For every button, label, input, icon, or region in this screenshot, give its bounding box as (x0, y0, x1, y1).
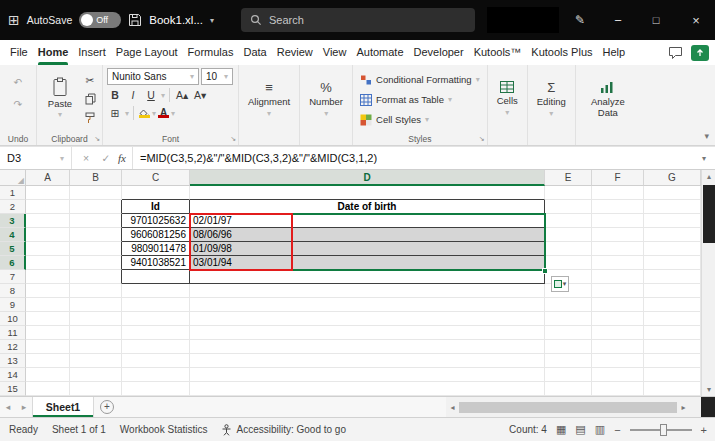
row-header-10[interactable]: 10 (0, 312, 26, 326)
cell-E10[interactable] (545, 312, 592, 326)
cell-G3[interactable] (644, 214, 701, 228)
cell-F2[interactable] (592, 200, 644, 214)
cell-D15[interactable] (190, 382, 545, 396)
zoom-slider[interactable] (630, 429, 692, 431)
normal-view-button[interactable]: ▦ (556, 423, 566, 436)
scroll-down-icon[interactable]: ▾ (702, 383, 715, 396)
increase-font-button[interactable]: A▴ (174, 87, 190, 103)
accessibility-status[interactable]: Accessibility: Good to go (221, 424, 346, 436)
editing-button[interactable]: Σ Editing ▾ (532, 68, 571, 130)
cell-G12[interactable] (644, 340, 701, 354)
cell-D1[interactable] (190, 186, 545, 200)
font-color-button[interactable]: A (158, 108, 169, 118)
cell-styles-button[interactable]: Cell Styles ▾ (357, 110, 483, 129)
cell-G5[interactable] (644, 242, 701, 256)
tab-formulas[interactable]: Formulas (183, 40, 239, 65)
autofill-options-button[interactable]: ▾ (551, 276, 569, 292)
font-dialog-launcher[interactable]: ↘ (230, 135, 236, 143)
autosave-toggle[interactable]: Off (79, 12, 121, 28)
row-header-14[interactable]: 14 (0, 368, 26, 382)
cell-B12[interactable] (70, 340, 122, 354)
vertical-scrollbar[interactable]: ▴ ▾ (701, 170, 715, 396)
cell-C5[interactable]: 9809011478 (122, 242, 190, 256)
cell-F11[interactable] (592, 326, 644, 340)
paste-button[interactable]: Paste ▾ (41, 68, 79, 128)
cell-B11[interactable] (70, 326, 122, 340)
cell-G14[interactable] (644, 368, 701, 382)
cell-D11[interactable] (190, 326, 545, 340)
comments-icon[interactable] (668, 46, 683, 60)
hscroll-left-icon[interactable]: ◂ (446, 403, 459, 412)
file-name[interactable]: Book1.xl... (149, 14, 203, 26)
cell-E4[interactable] (545, 228, 592, 242)
cell-F13[interactable] (592, 354, 644, 368)
row-header-2[interactable]: 2 (0, 200, 26, 214)
cell-B1[interactable] (70, 186, 122, 200)
cut-button[interactable]: ✂ (82, 72, 98, 88)
cell-F14[interactable] (592, 368, 644, 382)
cells-button[interactable]: Cells ▾ (492, 68, 523, 130)
cell-D9[interactable] (190, 298, 545, 312)
cell-C6[interactable]: 9401038521 (122, 256, 190, 270)
zoom-out-button[interactable]: − (614, 424, 620, 436)
name-box[interactable]: D3 ▾ (0, 147, 72, 169)
file-name-dropdown-icon[interactable]: ▾ (210, 16, 214, 25)
column-header-C[interactable]: C (122, 170, 190, 186)
styles-dialog-launcher[interactable]: ↘ (479, 135, 485, 143)
enter-icon[interactable]: ✓ (98, 150, 114, 166)
underline-dropdown-icon[interactable]: ▾ (161, 91, 165, 100)
undo-button[interactable]: ↶ (10, 74, 26, 90)
row-header-1[interactable]: 1 (0, 186, 26, 200)
column-header-B[interactable]: B (70, 170, 122, 186)
cell-B4[interactable] (70, 228, 122, 242)
tab-kutools[interactable]: Kutools™ (469, 40, 527, 65)
row-header-4[interactable]: 4 (0, 228, 26, 242)
cell-F6[interactable] (592, 256, 644, 270)
ribbon-collapse-icon[interactable]: ▾ (704, 131, 709, 141)
cell-E11[interactable] (545, 326, 592, 340)
workbook-statistics-button[interactable]: Workbook Statistics (120, 424, 208, 435)
cell-E3[interactable] (545, 214, 592, 228)
row-header-8[interactable]: 8 (0, 284, 26, 298)
cell-C4[interactable]: 9606081256 (122, 228, 190, 242)
cell-A2[interactable] (26, 200, 70, 214)
format-as-table-button[interactable]: Format as Table ▾ (357, 90, 483, 109)
row-header-9[interactable]: 9 (0, 298, 26, 312)
cell-F7[interactable] (592, 270, 644, 284)
select-all-corner[interactable]: ◢ (0, 170, 26, 186)
underline-button[interactable]: U (143, 87, 159, 103)
column-header-A[interactable]: A (26, 170, 70, 186)
tab-data[interactable]: Data (238, 40, 271, 65)
cell-A15[interactable] (26, 382, 70, 396)
cell-C11[interactable] (122, 326, 190, 340)
cell-F5[interactable] (592, 242, 644, 256)
cell-E15[interactable] (545, 382, 592, 396)
cell-G1[interactable] (644, 186, 701, 200)
cell-D7[interactable] (190, 270, 545, 284)
zoom-slider-knob[interactable] (660, 424, 667, 436)
cell-E9[interactable] (545, 298, 592, 312)
italic-button[interactable]: I (125, 87, 141, 103)
cell-B3[interactable] (70, 214, 122, 228)
redo-button[interactable]: ↷ (10, 96, 26, 112)
tab-file[interactable]: File (5, 40, 33, 65)
sheet-tab-sheet1[interactable]: Sheet1 (32, 397, 94, 417)
font-size-combo[interactable]: 10 ▾ (201, 68, 233, 85)
cell-D4[interactable]: 08/06/96 (190, 228, 545, 242)
cell-A11[interactable] (26, 326, 70, 340)
cell-B9[interactable] (70, 298, 122, 312)
alignment-button[interactable]: ≡ Alignment ▾ (243, 68, 295, 130)
copy-button[interactable] (82, 91, 98, 107)
cell-F3[interactable] (592, 214, 644, 228)
cell-G8[interactable] (644, 284, 701, 298)
cell-C7[interactable] (122, 270, 190, 284)
cell-A13[interactable] (26, 354, 70, 368)
cell-D12[interactable] (190, 340, 545, 354)
horizontal-scrollbar[interactable]: ◂ ▸ (446, 397, 701, 418)
cell-D6[interactable]: 03/01/94 (190, 256, 545, 270)
cell-G7[interactable] (644, 270, 701, 284)
column-header-E[interactable]: E (545, 170, 592, 186)
row-header-7[interactable]: 7 (0, 270, 26, 284)
horizontal-scrollbar-thumb[interactable] (459, 402, 677, 413)
tab-help[interactable]: Help (598, 40, 631, 65)
